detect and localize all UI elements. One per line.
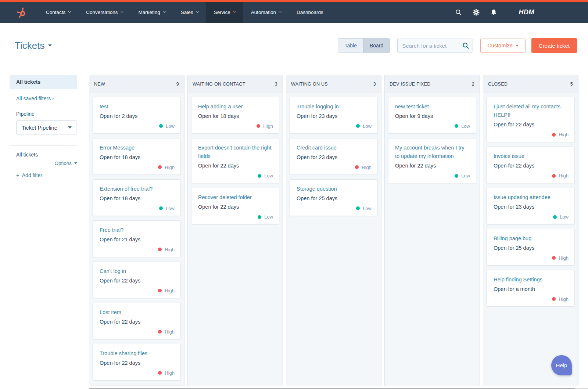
settings-gear-icon[interactable] [473,9,480,16]
ticket-card[interactable]: Trouble logging inOpen for 23 daysLow [290,97,378,134]
ticket-card[interactable]: My account breaks when I try to update m… [388,138,476,183]
ticket-title-link[interactable]: Help adding a user [198,102,273,111]
create-ticket-button[interactable]: Create ticket [531,38,577,53]
ticket-title-link[interactable]: Error Message [100,144,175,152]
board-column-closed: CLOSED5I just deleted all my contacts. H… [483,75,578,386]
ticket-card[interactable]: Error MessageOpen for 18 daysHigh [93,138,181,175]
ticket-card[interactable]: Can't log inOpen for 22 daysHigh [93,262,181,298]
ticket-title-link[interactable]: test [100,102,175,111]
ticket-card[interactable]: Issue updating attendeeOpen for 23 daysL… [487,188,575,224]
ticket-title-link[interactable]: Recover deleted folder [198,193,273,202]
ticket-priority: Low [198,214,273,220]
ticket-card[interactable]: Help adding a userOpen for 18 daysHigh [191,97,279,134]
column-cards: Help adding a userOpen for 18 daysHighEx… [188,93,283,228]
nav-item-dashboards[interactable]: Dashboards [289,2,331,23]
column-header: NEW9 [89,75,184,93]
priority-dot [158,248,162,251]
priority-dot [356,124,360,128]
ticket-title-link[interactable]: Export doesn't contain the right fields [198,144,273,161]
ticket-title-link[interactable]: Extension of free trial? [100,185,175,193]
ticket-board: NEW9testOpen for 2 daysLowError MessageO… [89,75,578,388]
ticket-age: Open for 22 days [198,203,273,211]
ticket-priority: High [100,288,175,293]
sidebar-divider [10,145,77,146]
column-name: CLOSED [488,82,508,87]
ticket-title-link[interactable]: new test ticket [395,102,470,111]
all-saved-filters-label: All saved filters [16,96,51,101]
ticket-card[interactable]: I just deleted all my contacts. HELP!!Op… [487,97,575,142]
all-saved-filters-link[interactable]: All saved filters › [16,96,77,101]
page-title: Tickets [15,40,44,51]
customize-button[interactable]: Customize [480,39,526,53]
sidebar-item-all-tickets[interactable]: All tickets [10,75,77,89]
ticket-card[interactable]: testOpen for 2 daysLow [93,97,181,134]
add-filter-link[interactable]: + Add filter [16,172,42,178]
column-cards: new test ticketOpen for 9 daysLowMy acco… [385,93,480,187]
priority-dot [158,289,162,292]
nav-item-conversations[interactable]: Conversations [78,2,130,23]
ticket-card[interactable]: Free trial?Open for 21 daysHigh [93,220,181,257]
ticket-card[interactable]: Invoice issueOpen for 22 daysHigh [487,147,575,183]
priority-label: Low [264,214,273,220]
nav-item-contacts[interactable]: Contacts [38,2,78,23]
ticket-card[interactable]: Recover deleted folderOpen for 22 daysLo… [191,188,279,224]
ticket-title-link[interactable]: My account breaks when I try to update m… [395,144,470,161]
ticket-title-link[interactable]: I just deleted all my contacts. HELP!! [494,102,569,119]
column-header: DEV ISSUE FIXED2 [385,75,480,93]
nav-item-sales[interactable]: Sales [173,2,206,23]
ticket-card[interactable]: new test ticketOpen for 9 daysLow [388,97,476,134]
ticket-title-link[interactable]: Issue updating attendee [494,193,569,202]
ticket-age: Open for a month [494,285,569,293]
ticket-title-link[interactable]: Credit card issue [297,144,372,152]
board-view-button[interactable]: Board [363,39,390,53]
ticket-card[interactable]: Storage questionOpen for 25 daysLow [290,179,378,216]
ticket-card[interactable]: Help finding SettingsOpen for a monthHig… [487,270,575,307]
chevron-down-icon [196,10,198,12]
help-button[interactable]: Help [551,355,572,375]
chevron-right-icon: › [52,96,54,101]
ticket-title-link[interactable]: Lost item [100,308,175,317]
chevron-down-icon [48,44,52,47]
priority-dot [552,256,556,260]
ticket-title-link[interactable]: Free trial? [100,226,175,234]
search-icon[interactable] [455,9,462,16]
ticket-card[interactable]: Lost itemOpen for 22 daysHigh [93,303,181,339]
search-icon[interactable] [462,42,469,49]
ticket-card[interactable]: Credit card issueOpen for 23 daysHigh [290,138,378,175]
ticket-title-link[interactable]: Billing page bug [494,234,569,243]
nav-divider [508,6,508,19]
priority-label: Low [560,214,569,220]
ticket-age: Open for 22 days [100,318,175,326]
ticket-card[interactable]: Trouble sharing filesOpen for 22 daysHig… [93,344,181,381]
nav-item-label: Dashboards [297,10,323,15]
ticket-card[interactable]: Billing page bugOpen for 25 daysHigh [487,229,575,266]
ticket-card-partial[interactable] [93,385,181,385]
ticket-title-link[interactable]: Help finding Settings [494,275,569,284]
column-count: 5 [570,82,573,87]
ticket-age: Open for 21 days [100,236,175,244]
column-cards: Trouble logging inOpen for 23 daysLowCre… [286,93,381,220]
ticket-title-link[interactable]: Trouble sharing files [100,349,175,358]
ticket-title-link[interactable]: Invoice issue [494,152,569,161]
priority-dot [258,215,261,219]
pipeline-select[interactable]: Ticket Pipeline [16,120,76,134]
ticket-card[interactable]: Extension of free trial?Open for 18 days… [93,179,181,216]
table-view-button[interactable]: Table [338,39,363,53]
ticket-title-link[interactable]: Storage question [297,185,372,193]
hubspot-sprocket-logo-icon[interactable] [16,7,27,18]
ticket-search [397,39,473,53]
nav-item-marketing[interactable]: Marketing [131,2,173,23]
filter-list-title: All tickets [10,152,77,158]
ticket-title-link[interactable]: Trouble logging in [297,102,372,111]
column-cards: testOpen for 2 daysLowError MessageOpen … [89,93,184,386]
ticket-age: Open for 25 days [494,244,569,252]
nav-item-service[interactable]: Service [206,2,243,23]
page-title-dropdown[interactable]: Tickets [15,40,52,51]
notifications-bell-icon[interactable] [490,9,497,16]
ticket-priority: Low [395,123,470,129]
account-brand-label[interactable]: HDM [519,8,579,16]
ticket-title-link[interactable]: Can't log in [100,267,175,275]
ticket-card[interactable]: Export doesn't contain the right fieldsO… [191,138,279,183]
nav-item-automation[interactable]: Automation [243,2,289,23]
options-dropdown[interactable]: Options [54,161,77,166]
